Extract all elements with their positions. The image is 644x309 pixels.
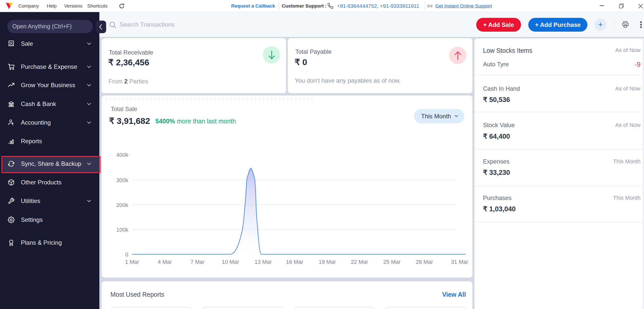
svg-text:1 Mar: 1 Mar <box>125 259 139 265</box>
svg-text:0: 0 <box>125 251 128 258</box>
svg-text:300k: 300k <box>116 177 129 183</box>
svg-text:4 Mar: 4 Mar <box>158 259 172 265</box>
svg-text:₹: ₹ <box>11 122 14 126</box>
svg-text:22 Mar: 22 Mar <box>351 259 368 265</box>
svg-text:16 Mar: 16 Mar <box>286 259 303 265</box>
svg-text:25 Mar: 25 Mar <box>383 259 400 265</box>
svg-text:200k: 200k <box>116 202 129 208</box>
svg-text:13 Mar: 13 Mar <box>255 259 272 265</box>
svg-text:31 Mar: 31 Mar <box>451 259 468 265</box>
svg-text:10 Mar: 10 Mar <box>222 259 239 265</box>
svg-text:400k: 400k <box>116 152 129 158</box>
svg-text:19 Mar: 19 Mar <box>319 259 336 265</box>
svg-text:7 Mar: 7 Mar <box>190 259 205 265</box>
svg-text:28 Mar: 28 Mar <box>416 259 433 265</box>
svg-text:100k: 100k <box>116 227 129 233</box>
